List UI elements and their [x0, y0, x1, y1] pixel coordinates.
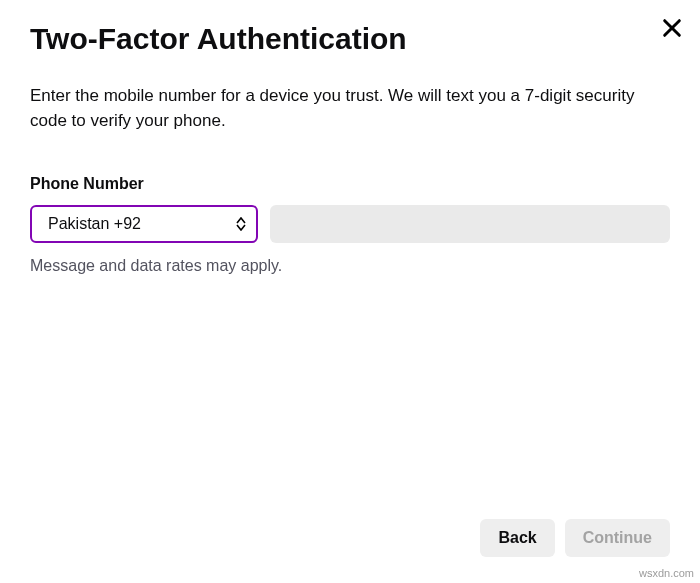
modal-footer: Back Continue	[30, 519, 670, 563]
watermark-text: wsxdn.com	[639, 567, 694, 579]
close-icon	[661, 17, 683, 39]
rates-helper-text: Message and data rates may apply.	[30, 257, 670, 275]
select-chevrons-icon	[236, 217, 246, 231]
country-code-value: Pakistan +92	[48, 215, 141, 233]
back-button[interactable]: Back	[480, 519, 554, 557]
phone-number-input[interactable]	[270, 205, 670, 243]
phone-input-row: Pakistan +92	[30, 205, 670, 243]
country-code-select[interactable]: Pakistan +92	[30, 205, 258, 243]
close-button[interactable]	[658, 14, 686, 42]
phone-number-label: Phone Number	[30, 175, 670, 193]
page-title: Two-Factor Authentication	[30, 22, 670, 56]
page-description: Enter the mobile number for a device you…	[30, 84, 670, 133]
continue-button[interactable]: Continue	[565, 519, 670, 557]
two-factor-modal: Two-Factor Authentication Enter the mobi…	[0, 0, 700, 583]
